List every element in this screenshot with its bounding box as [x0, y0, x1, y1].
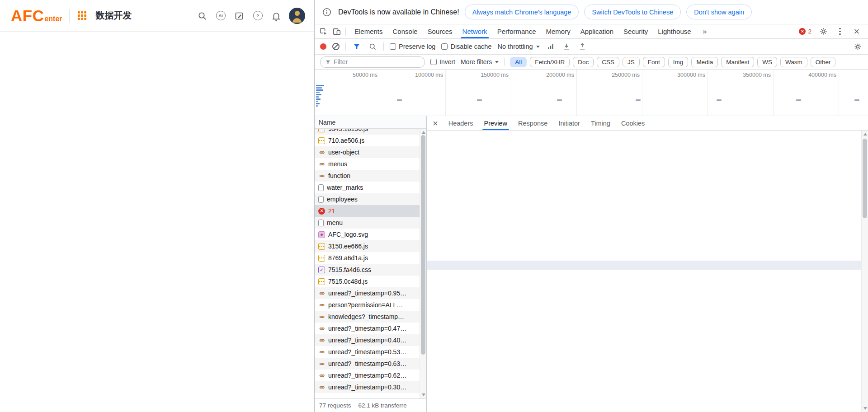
detail-tab[interactable]: Initiator	[553, 116, 585, 130]
device-toolbar-icon[interactable]	[332, 27, 342, 37]
apps-grid-icon[interactable]	[76, 10, 88, 22]
network-overview-timeline[interactable]: 50000 ms 100000 ms 150000 ms 200000 ms 2…	[315, 70, 868, 116]
scrollbar-thumb[interactable]	[863, 139, 867, 218]
request-type-chip[interactable]: Other	[811, 57, 836, 67]
request-row[interactable]: water_marks	[315, 182, 420, 193]
match-language-button[interactable]: Always match Chrome's language	[465, 5, 579, 19]
close-detail-icon[interactable]	[428, 119, 443, 128]
inspect-element-icon[interactable]	[318, 27, 328, 37]
request-row[interactable]: 21	[315, 205, 420, 217]
request-type-chip[interactable]: CSS	[597, 57, 619, 67]
settings-gear-icon[interactable]	[818, 27, 828, 37]
request-type-chip[interactable]: JS	[623, 57, 640, 67]
request-row[interactable]: menus	[315, 158, 420, 170]
more-filters-dropdown[interactable]: More filters	[461, 58, 499, 66]
devtools-tab[interactable]: Network	[458, 24, 492, 38]
request-row[interactable]: unread?_timestamp=0.53…	[315, 346, 420, 358]
devtools-tab[interactable]: Lighthouse	[653, 24, 696, 38]
json-property-row[interactable]: errorLocalizedMessage:"系统数据异常'No permiss…	[427, 179, 861, 188]
switch-to-chinese-button[interactable]: Switch DevTools to Chinese	[584, 5, 681, 19]
json-array-item-row[interactable]: 20:" at com.primeton.access.http.impl.We…	[427, 387, 861, 396]
request-row[interactable]: knowledges?_timestamp…	[315, 311, 420, 323]
request-row[interactable]: unread?_timestamp=0.62…	[315, 370, 420, 381]
request-row[interactable]: 710.ae506.js	[315, 135, 420, 146]
request-row[interactable]: unread?_timestamp=0.95…	[315, 287, 420, 299]
request-row[interactable]: menu	[315, 217, 420, 229]
json-array-item-row[interactable]: 14:" at com.primeton.access.http.impl.We…	[427, 333, 861, 342]
preview-scrollbar[interactable]	[861, 131, 868, 412]
ai-assistant-icon[interactable]: AI	[215, 10, 226, 22]
request-type-chip[interactable]: All	[510, 57, 527, 67]
scroll-up-icon[interactable]	[422, 131, 425, 134]
compose-icon[interactable]	[233, 10, 245, 22]
console-error-badge[interactable]: 2	[799, 28, 811, 35]
scroll-down-icon[interactable]	[422, 393, 425, 396]
request-type-chip[interactable]: Img	[668, 57, 689, 67]
json-array-item-row[interactable]: 10:" at javax.servlet.http.HttpServlet.s…	[427, 297, 861, 306]
request-type-chip[interactable]: Media	[691, 57, 718, 67]
filter-input[interactable]	[320, 56, 425, 68]
json-array-item-row[interactable]: 18:" at com.primeton.access.http.impl.We…	[427, 369, 861, 378]
devtools-tab[interactable]: Performance	[492, 24, 541, 38]
json-array-item-row[interactable]: 16:" at com.primeton.access.http.impl.We…	[427, 351, 861, 360]
json-array-item-row[interactable]: 19:" at com.eos.access.http.security.Htt…	[427, 378, 861, 387]
detail-tab[interactable]: Timing	[585, 116, 616, 130]
request-type-chip[interactable]: Fetch/XHR	[530, 57, 570, 67]
requests-name-column-header[interactable]: Name	[315, 116, 426, 129]
request-row[interactable]: person?permission=ALL…	[315, 299, 420, 311]
json-array-item-row[interactable]: 21:" at com.primeton.access.http.impl.We…	[427, 396, 861, 405]
network-conditions-icon[interactable]	[546, 42, 556, 52]
json-array-item-row[interactable]: 15:" at com.primeton.access.authorizatio…	[427, 342, 861, 351]
json-property-row[interactable]: errorCode:"999997"	[427, 161, 861, 170]
json-array-item-row[interactable]: 9:" at com.primeton.eos.springboot.inter…	[427, 288, 861, 297]
json-property-row[interactable]: currentUser:"21:wangxin:王鑫"	[427, 152, 861, 161]
throttling-select[interactable]: No throttling	[497, 43, 539, 50]
scrollbar-thumb[interactable]	[421, 135, 425, 355]
network-search-icon[interactable]	[368, 42, 377, 52]
devtools-tab[interactable]: Memory	[541, 24, 576, 38]
export-har-icon[interactable]	[577, 42, 587, 52]
scroll-down-icon[interactable]	[863, 407, 867, 410]
requests-scrollbar[interactable]	[420, 129, 426, 398]
request-row[interactable]: user-object	[315, 146, 420, 158]
request-type-chip[interactable]: Wasm	[780, 57, 807, 67]
json-array-item-row[interactable]: 12:" at com.primeton.access.http.impl.We…	[427, 315, 861, 324]
devtools-tab[interactable]: Security	[618, 24, 653, 38]
request-type-chip[interactable]: WS	[757, 57, 777, 67]
json-array-item-row[interactable]: 4:" at com.primeton.gocom.afcenter.commo…	[427, 243, 861, 252]
user-avatar[interactable]	[289, 8, 305, 24]
request-row[interactable]: employees	[315, 193, 420, 205]
preserve-log-checkbox[interactable]: Preserve log	[390, 43, 435, 50]
request-row[interactable]: 9345.18196.js	[315, 129, 420, 135]
bell-icon[interactable]	[270, 10, 282, 22]
request-row[interactable]: unread?_timestamp=0.40…	[315, 334, 420, 346]
help-icon[interactable]: ?	[252, 10, 264, 22]
scroll-up-icon[interactable]	[863, 133, 867, 136]
filter-toggle-icon[interactable]	[352, 42, 362, 52]
request-row[interactable]: AFC_logo.svg	[315, 229, 420, 240]
kebab-menu-icon[interactable]	[835, 27, 845, 37]
more-tabs-icon[interactable]	[700, 27, 710, 37]
detail-tab[interactable]: Preview	[479, 116, 513, 130]
detail-tab[interactable]: Headers	[443, 116, 479, 130]
devtools-close-icon[interactable]	[852, 27, 862, 37]
request-type-chip[interactable]: Doc	[573, 57, 594, 67]
json-array-item-row[interactable]: 13:" at com.primeton.access.http.impl.Di…	[427, 324, 861, 333]
devtools-tab[interactable]: Console	[388, 24, 423, 38]
record-network-log-button[interactable]	[320, 43, 326, 50]
request-row[interactable]: 8769.a6d1a.js	[315, 252, 420, 264]
request-row[interactable]: 3150.ee666.js	[315, 240, 420, 252]
detail-tab[interactable]: Response	[513, 116, 553, 130]
json-array-item-row[interactable]: 2:" at com.primeton.gocom.afcenter.commo…	[427, 225, 861, 234]
json-root-row[interactable]: {currentTime: "2024-12-02T16:23:09.389+0…	[427, 134, 861, 143]
request-row[interactable]: unread?_timestamp=0.63…	[315, 358, 420, 370]
json-property-row[interactable]: currentTime:"2024-12-02T16:23:09.389+080…	[427, 143, 861, 152]
json-property-row[interactable]: errorMessage:"ErrCode: 999997\nMessage: …	[427, 188, 861, 197]
json-array-item-row[interactable]: 8:" at com.primeton.gocom.lowcode.interc…	[427, 279, 861, 288]
invert-checkbox[interactable]: Invert	[430, 58, 455, 66]
json-array-item-row[interactable]: 17:" at com.eos.access.http.UserLoginChe…	[427, 360, 861, 369]
import-har-icon[interactable]	[561, 42, 571, 52]
detail-tab[interactable]: Cookies	[616, 116, 650, 130]
filter-text-field[interactable]	[334, 58, 420, 66]
request-row[interactable]: function	[315, 170, 420, 182]
